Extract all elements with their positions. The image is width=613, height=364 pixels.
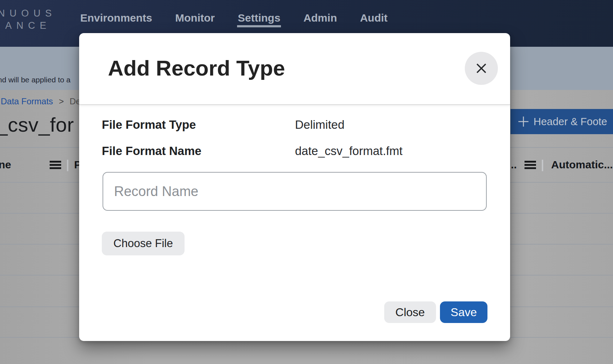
add-header-footer-label: Header & Foote [533,116,607,128]
nav-item-audit[interactable]: Audit [360,12,388,24]
column-menu-icon[interactable] [525,161,536,169]
file-format-name-label: File Format Name [102,144,201,158]
logo-line-1: NUOUS [0,7,56,19]
breadcrumb: Data Formats > De [1,96,81,106]
column-separator[interactable] [542,160,543,171]
nav-item-environments[interactable]: Environments [80,12,152,24]
page-title: _csv_for [0,113,74,136]
column-header-name: ne [0,159,11,171]
nav-item-monitor[interactable]: Monitor [175,12,215,24]
choose-file-button[interactable]: Choose File [102,232,185,255]
nav-item-admin[interactable]: Admin [303,12,337,24]
close-icon [474,62,488,75]
column-separator[interactable] [67,160,68,171]
file-format-name-value: date_csv_format.fmt [295,144,403,158]
app-logo[interactable]: NUOUS IANCE [0,7,56,32]
app-screen: NUOUS IANCE Environments Monitor Setting… [0,0,613,364]
logo-line-2: IANCE [0,19,56,32]
breadcrumb-link-data-formats[interactable]: Data Formats [1,96,53,106]
file-format-type-label: File Format Type [102,118,196,132]
modal-title: Add Record Type [108,56,285,81]
plus-icon [517,115,530,128]
record-name-input[interactable] [103,172,487,211]
save-button[interactable]: Save [440,301,487,323]
file-format-type-value: Delimited [295,118,345,132]
breadcrumb-separator-icon: > [59,96,64,106]
close-button[interactable]: Close [384,301,436,323]
column-menu-icon[interactable] [50,161,61,169]
add-record-type-modal: Add Record Type File Format Type Delimit… [79,33,510,341]
close-modal-button[interactable] [465,52,498,85]
nav-menu: Environments Monitor Settings Admin Audi… [80,12,387,24]
column-header-truncated: .. [511,159,517,171]
add-header-footer-button[interactable]: Header & Foote [510,109,613,134]
column-header-automatic: Automatic... [551,159,613,171]
nav-item-settings[interactable]: Settings [238,12,280,24]
modal-header-divider [79,104,510,105]
info-banner-text: nd will be applied to a [0,76,71,84]
